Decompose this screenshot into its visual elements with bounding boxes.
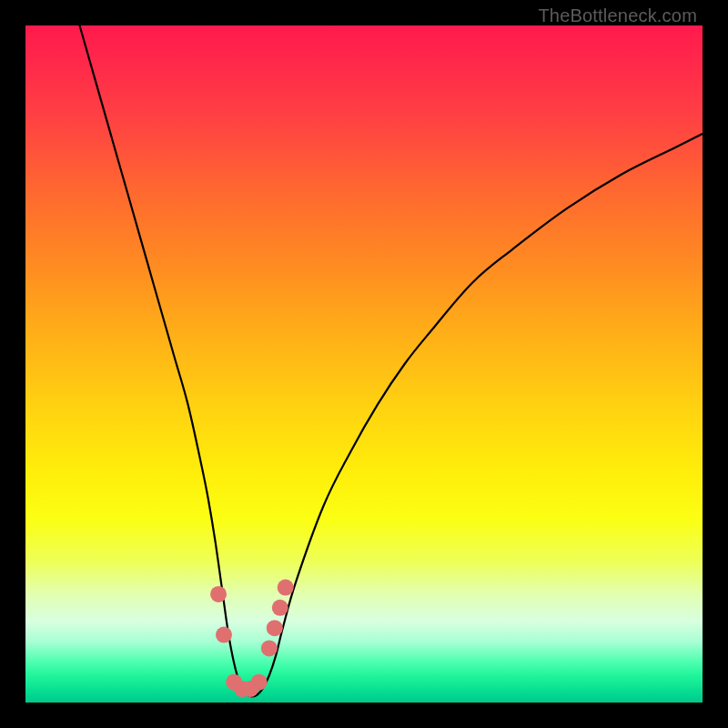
marker-dot xyxy=(267,620,283,636)
marker-dot xyxy=(272,600,288,616)
marker-dot xyxy=(261,640,278,656)
marker-dot xyxy=(278,580,294,596)
watermark-text: TheBottleneck.com xyxy=(538,5,697,26)
chart-svg xyxy=(25,25,703,703)
bottleneck-curve xyxy=(80,25,703,697)
marker-dot xyxy=(216,627,232,643)
marker-dot xyxy=(251,674,268,691)
chart-frame xyxy=(25,25,703,703)
marker-dot xyxy=(210,586,227,602)
